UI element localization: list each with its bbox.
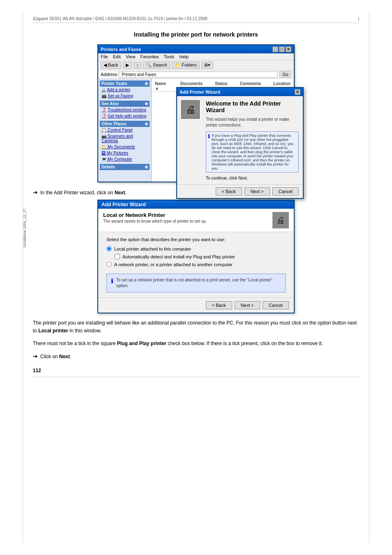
wizard1-cancel-button[interactable]: Cancel: [272, 187, 299, 196]
sidebar-section-title-see-also: See Also ⊗: [100, 101, 150, 107]
wizard2-question: Select the option that describes the pri…: [106, 237, 286, 242]
instruction1-text: In the Add Printer wizard, click on Next…: [40, 190, 127, 196]
file-path: |Gigaset SE551 WLAN dsl/cable / ENG / A3…: [33, 16, 208, 21]
address-value[interactable]: Printers and Faxes: [119, 71, 278, 78]
sidebar-item-faxing[interactable]: 📠 Set up Faxing: [100, 93, 150, 99]
menu-favorites[interactable]: Favorites: [140, 54, 159, 59]
vertical-rule-left: [23, 12, 23, 543]
sidebar-section-printer-tasks: Printer Tasks ⊗ 🖨 Add a printer 📠 Set up…: [100, 81, 150, 99]
wizard2-info-box: ℹ To set up a network printer that is no…: [106, 274, 286, 292]
sidebar-section-other-places: Other Places ⊗ 📋 Control Panel 📷 Scanner…: [100, 121, 150, 162]
wizard2-footer: < Back Next > Cancel: [98, 297, 294, 313]
paragraph1-bold: Local printer: [38, 328, 68, 334]
instruction2-text: Click on Next.: [40, 354, 71, 359]
vertical-rule-right: [369, 12, 369, 543]
main-content: Name ▲ Documents Status Comments Locatio…: [152, 79, 294, 182]
wizard1-dialog: Add Printer Wizard ✕ 🖨 Welcome to the Ad…: [176, 87, 304, 199]
menu-edit[interactable]: Edit: [113, 54, 121, 59]
instruction1-bold: Next: [115, 190, 125, 196]
wizard2-back-button[interactable]: < Back: [206, 301, 232, 309]
col-name: Name ▲: [155, 81, 168, 90]
wizard2-next-button[interactable]: Next >: [235, 301, 260, 309]
menu-file[interactable]: File: [101, 54, 108, 59]
instruction1-arrow: ➜: [33, 189, 38, 196]
instruction2-arrow: ➜: [33, 353, 38, 359]
instruction2: ➜ Click on Next.: [33, 353, 359, 359]
wizard1-info-box: ℹ If you have a Plug and Play printer th…: [206, 131, 299, 173]
wizard2-header-icon: 🖨: [272, 212, 289, 228]
label-local-printer: Local printer attached to this computer: [114, 246, 191, 251]
menu-bar: File Edit View Favorites Tools Help: [98, 53, 294, 60]
go-button[interactable]: Go: [279, 71, 291, 78]
views-button[interactable]: ⊞▾: [201, 62, 213, 69]
wizard2-container: Add Printer Wizard Local or Network Prin…: [97, 200, 295, 313]
paragraph2-bold: Plug and Play printer: [117, 341, 166, 346]
sidebar-section-title-other-places: Other Places ⊗: [100, 121, 150, 127]
folders-button[interactable]: 📁 Folders: [172, 62, 200, 69]
content-area: Printer Tasks ⊗ 🖨 Add a printer 📠 Set up…: [98, 79, 294, 182]
wizard1-description: This wizard helps you install a printer …: [206, 117, 299, 128]
page-pipe: |: [358, 16, 359, 21]
wizard1-back-button[interactable]: < Back: [216, 187, 242, 196]
address-bar: Address Printers and Faxes Go: [98, 70, 294, 79]
minimize-btn[interactable]: _: [272, 46, 278, 52]
page-number: 112: [33, 368, 359, 373]
option-auto-detect: Automatically detect and install my Plug…: [115, 254, 286, 259]
sidebar-item-help-printing[interactable]: ❓ Get help with printing: [100, 113, 150, 119]
wizard2-info-icon: ℹ: [111, 277, 113, 286]
search-button[interactable]: 🔍 Search: [143, 62, 170, 69]
sidebar-item-my-computer[interactable]: 💻 My Computer: [100, 156, 150, 162]
menu-view[interactable]: View: [126, 54, 136, 59]
wizard2-header-title: Local or Network Printer: [103, 212, 207, 218]
wizard1-titlebar: Add Printer Wizard ✕: [177, 88, 303, 96]
paragraph1: The printer port you are installing will…: [33, 319, 359, 335]
forward-button[interactable]: ▶: [123, 62, 132, 69]
section-title: Installing the printer port for network …: [33, 31, 359, 38]
toolbar: ◀ Back ▶ ↑ 🔍 Search 📁 Folders ⊞▾: [98, 60, 294, 70]
label-network-printer: A network printer, or a printer attached…: [114, 262, 233, 267]
wizard2-header-sub: The wizard needs to know which type of p…: [103, 219, 207, 223]
wizard2-body: Select the option that describes the pri…: [98, 232, 294, 297]
back-button[interactable]: ◀ Back: [101, 62, 121, 69]
wizard1-heading: Welcome to the Add Printer Wizard: [206, 100, 299, 113]
instruction2-bold: Next: [59, 354, 70, 359]
sidebar-item-my-documents[interactable]: 📁 My Documents: [100, 144, 150, 150]
checkbox-auto-detect[interactable]: [115, 254, 120, 259]
wizard1-info-text: If you have a Plug and Play printer that…: [212, 134, 297, 170]
wizard1-text-area: Welcome to the Add Printer Wizard This w…: [206, 100, 299, 180]
wizard1-printer-icon: 🖨: [181, 100, 200, 119]
address-label: Address: [101, 72, 117, 77]
wizard1-title: Add Printer Wizard: [180, 90, 220, 94]
top-meta-bar: |Gigaset SE551 WLAN dsl/cable / ENG / A3…: [33, 16, 359, 23]
side-label: Schablone 2004_12_27: [23, 208, 27, 247]
sidebar-item-scanners[interactable]: 📷 Scanners and Cameras: [100, 133, 150, 144]
wizard1-controls: ✕: [295, 89, 300, 95]
radio-local-printer[interactable]: [106, 246, 112, 251]
maximize-btn[interactable]: □: [279, 46, 285, 52]
menu-tools[interactable]: Tools: [164, 54, 175, 59]
sidebar-section-details: Details ⊗: [100, 164, 150, 170]
sidebar-item-control-panel[interactable]: 📋 Control Panel: [100, 127, 150, 133]
sidebar-section-title-printer-tasks: Printer Tasks ⊗: [100, 81, 150, 87]
sidebar-item-troubleshoot[interactable]: ❓ Troubleshoot printing: [100, 107, 150, 113]
wizard2-cancel-button[interactable]: Cancel: [263, 301, 289, 309]
close-btn[interactable]: ✕: [286, 46, 291, 52]
sidebar-item-my-pictures[interactable]: 🖼 My Pictures: [100, 150, 150, 156]
menu-help[interactable]: Help: [179, 54, 189, 59]
wizard1-next-button[interactable]: Next >: [244, 187, 270, 196]
paragraph2: There must not be a tick in the square P…: [33, 340, 359, 348]
wizard1-body: 🖨 Welcome to the Add Printer Wizard This…: [177, 96, 303, 184]
sidebar-item-add-printer[interactable]: 🖨 Add a printer: [100, 87, 150, 93]
sidebar-section-see-also: See Also ⊗ ❓ Troubleshoot printing ❓ Get…: [100, 101, 150, 119]
wizard1-continue-text: To continue, click Next.: [206, 176, 299, 180]
wizard1-footer: < Back Next > Cancel: [177, 184, 303, 198]
info-icon: ℹ: [208, 134, 210, 139]
page-container: Schablone 2004_12_27 |Gigaset SE551 WLAN…: [0, 0, 392, 555]
printers-faxes-window: Printers and Faxes _ □ ✕ File Edit View …: [97, 44, 295, 182]
radio-network-printer[interactable]: [106, 262, 112, 267]
window-controls: _ □ ✕: [272, 46, 291, 52]
wizard1-close-btn[interactable]: ✕: [295, 89, 300, 95]
wizard2-info-text: To set up a network printer that is not …: [116, 277, 281, 289]
up-button[interactable]: ↑: [134, 62, 142, 69]
sidebar: Printer Tasks ⊗ 🖨 Add a printer 📠 Set up…: [98, 79, 152, 182]
